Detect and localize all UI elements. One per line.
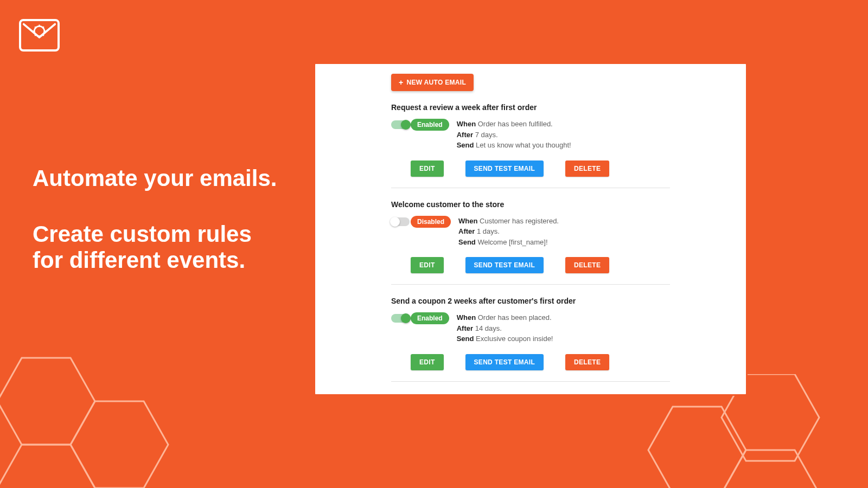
svg-marker-11: [0, 445, 95, 488]
edit-button[interactable]: EDIT: [411, 160, 444, 177]
marketing-headline: Automate your emails. Create custom rule…: [33, 165, 277, 274]
svg-marker-14: [722, 450, 819, 488]
rule-details: When Order has been fulfilled.After 7 da…: [457, 119, 571, 151]
after-label: After: [457, 131, 473, 139]
new-auto-email-button[interactable]: + NEW AUTO EMAIL: [391, 74, 474, 91]
status-badge: Enabled: [411, 312, 449, 324]
after-value: 7 days.: [475, 131, 498, 139]
rule-item: Email me when someone registers Disabled…: [391, 382, 670, 396]
when-label: When: [457, 313, 476, 322]
send-test-email-button[interactable]: SEND TEST EMAIL: [465, 160, 544, 177]
when-value: Order has been fulfilled.: [478, 120, 553, 128]
send-label: Send: [457, 335, 474, 343]
svg-marker-12: [648, 407, 746, 488]
after-value: 14 days.: [475, 324, 502, 332]
rule-title: Send a coupon 2 weeks after customer's f…: [391, 297, 670, 305]
rules-panel: + NEW AUTO EMAIL Request a review a week…: [314, 62, 748, 396]
enable-toggle[interactable]: [391, 120, 410, 129]
rule-title: Email me when someone registers: [391, 394, 670, 396]
send-test-email-button[interactable]: SEND TEST EMAIL: [465, 257, 544, 273]
after-label: After: [458, 227, 475, 235]
rule-details: When Customer has registered.After 1 day…: [458, 216, 559, 248]
edit-button[interactable]: EDIT: [411, 257, 444, 273]
rule-item: Welcome customer to the store Disabled W…: [391, 188, 670, 285]
svg-marker-9: [0, 358, 95, 445]
rule-item: Request a review a week after first orde…: [391, 91, 670, 188]
send-label: Send: [458, 238, 476, 246]
app-logo-icon: [19, 19, 60, 52]
headline-line-1: Automate your emails.: [33, 165, 277, 191]
status-badge: Enabled: [411, 119, 449, 131]
send-value: Let us know what you thought!: [476, 141, 571, 149]
rule-title: Request a review a week after first orde…: [391, 103, 670, 112]
send-value: Welcome [first_name]!: [477, 238, 547, 246]
send-label: Send: [457, 141, 474, 149]
headline-line-2: Create custom rulesfor different events.: [33, 221, 277, 274]
delete-button[interactable]: DELETE: [565, 257, 609, 273]
svg-marker-10: [71, 401, 168, 488]
send-test-email-button[interactable]: SEND TEST EMAIL: [465, 354, 544, 370]
status-badge: Disabled: [411, 216, 451, 228]
when-label: When: [457, 120, 476, 128]
send-value: Exclusive coupon inside!: [476, 335, 553, 343]
after-value: 1 days.: [477, 227, 500, 235]
delete-button[interactable]: DELETE: [565, 160, 609, 177]
rule-details: When Order has been placed.After 14 days…: [457, 312, 553, 344]
rule-item: Send a coupon 2 weeks after customer's f…: [391, 285, 670, 382]
delete-button[interactable]: DELETE: [565, 354, 609, 370]
edit-button[interactable]: EDIT: [411, 354, 444, 370]
enable-toggle[interactable]: [391, 217, 410, 226]
when-label: When: [458, 217, 477, 225]
rule-title: Welcome customer to the store: [391, 200, 670, 209]
after-label: After: [457, 324, 473, 332]
new-auto-email-label: NEW AUTO EMAIL: [406, 79, 466, 86]
when-value: Order has been placed.: [478, 313, 552, 322]
plus-icon: +: [399, 78, 403, 87]
hex-decoration-left: [0, 325, 184, 488]
when-value: Customer has registered.: [480, 217, 559, 225]
enable-toggle[interactable]: [391, 314, 410, 323]
